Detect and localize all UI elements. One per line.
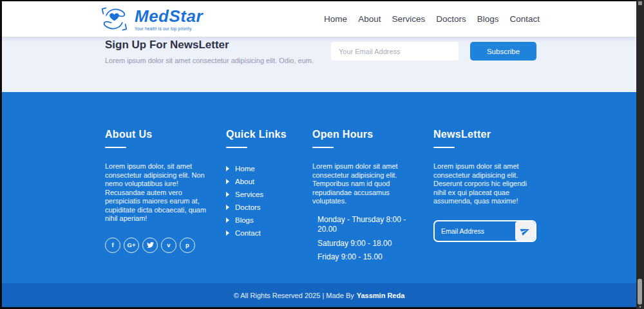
hours-saturday: Saturday 9:00 - 18.00	[317, 239, 433, 249]
subscribe-button[interactable]: Subscribe	[470, 42, 536, 61]
logo-tagline: Your health is our top priority	[135, 26, 203, 31]
nav-link-services[interactable]: Services	[392, 14, 425, 24]
logo-name: MedStar	[135, 8, 203, 24]
scrollbar-down-arrow[interactable]: ▾	[636, 304, 644, 309]
quick-link-services[interactable]: Services	[226, 188, 312, 201]
about-text: Lorem ipsum dolor, sit amet consectetur …	[105, 162, 226, 223]
nav-link-contact[interactable]: Contact	[509, 14, 540, 24]
caret-right-icon	[226, 166, 229, 171]
newsletter-signup-section: Sign Up For NewsLetter Lorem ipsum dolor…	[2, 37, 636, 92]
signup-email-input[interactable]	[331, 42, 459, 61]
hours-weekdays: Monday - Thursday 8:00 - 20.00	[317, 215, 433, 235]
open-hours-text: Lorem ipsum dolor sit amet consectetur a…	[312, 162, 433, 206]
quick-links-title: Quick Links	[226, 129, 312, 140]
browser-page: MedStar Your health is our top priority …	[2, 1, 636, 307]
caret-right-icon	[226, 230, 229, 236]
quick-link-doctors[interactable]: Doctors	[226, 201, 312, 214]
quick-link-home[interactable]: Home	[226, 162, 312, 175]
caret-right-icon	[226, 205, 229, 210]
footer-newsletter-title: NewsLetter	[433, 129, 540, 140]
medstar-logo[interactable]: MedStar Your health is our top priority	[99, 5, 203, 33]
signup-title: Sign Up For NewsLetter	[105, 39, 314, 52]
heading-underline	[226, 147, 247, 148]
footer-open-hours-column: Open Hours Lorem ipsum dolor sit amet co…	[312, 129, 433, 263]
browser-scrollbar[interactable]: ▾	[636, 0, 644, 309]
scrollbar-thumb[interactable]	[638, 279, 642, 304]
scroll-indicator-icon	[638, 1, 642, 5]
caret-right-icon	[226, 192, 229, 197]
heading-underline	[105, 147, 126, 148]
caret-right-icon	[226, 179, 229, 184]
nav-link-blogs[interactable]: Blogs	[477, 14, 499, 24]
footer-about-column: About Us Lorem ipsum dolor, sit amet con…	[105, 129, 226, 263]
copyright-text: © All Rights Reserved 2025 | Made By	[234, 292, 354, 299]
open-hours-title: Open Hours	[312, 129, 433, 140]
nav-link-doctors[interactable]: Doctors	[436, 14, 466, 24]
quick-link-blogs[interactable]: Blogs	[226, 214, 312, 227]
google-plus-icon[interactable]: G+	[124, 238, 139, 253]
signup-form: Subscribe	[331, 42, 536, 61]
main-nav: Home About Services Doctors Blogs Contac…	[324, 14, 540, 24]
hand-heart-logo-icon	[99, 5, 130, 33]
heading-underline	[433, 147, 455, 148]
caret-right-icon	[226, 218, 229, 223]
footer-quick-links-column: Quick Links Home About Services Doctors …	[226, 129, 312, 263]
twitter-icon[interactable]	[142, 238, 158, 253]
footer-newsletter-column: NewsLetter Lorem ipsum dolor sit amet co…	[433, 129, 540, 263]
signup-text: Sign Up For NewsLetter Lorem ipsum dolor…	[105, 39, 314, 92]
logo-text: MedStar Your health is our top priority	[135, 8, 203, 31]
quick-links-list: Home About Services Doctors Blogs Contac…	[226, 162, 312, 239]
heading-underline	[312, 147, 334, 148]
footer-email-form	[433, 220, 536, 242]
quick-link-contact[interactable]: Contact	[226, 227, 312, 239]
quick-link-about[interactable]: About	[226, 175, 312, 188]
hours-friday: Friday 9:00 - 15.00	[317, 252, 433, 263]
nav-link-home[interactable]: Home	[324, 14, 347, 24]
navbar: MedStar Your health is our top priority …	[2, 1, 636, 37]
social-links: f G+ v p	[105, 238, 226, 253]
signup-subtitle: Lorem ipsum dolor sit amet consectetur a…	[105, 57, 314, 64]
footer-email-input[interactable]	[435, 221, 515, 241]
footer: About Us Lorem ipsum dolor, sit amet con…	[2, 92, 636, 283]
paper-plane-icon	[519, 225, 532, 238]
copyright-bar: © All Rights Reserved 2025 | Made By Yas…	[2, 283, 636, 307]
pinterest-icon[interactable]: p	[180, 238, 195, 253]
author-name: Yassmin Reda	[357, 292, 405, 299]
footer-newsletter-text: Lorem ipsum dolor sit amet consectetur a…	[433, 162, 540, 206]
vimeo-icon[interactable]: v	[161, 238, 176, 253]
send-button[interactable]	[515, 221, 535, 241]
nav-link-about[interactable]: About	[358, 14, 381, 24]
hours-list: Monday - Thursday 8:00 - 20.00 Saturday …	[312, 215, 433, 263]
facebook-icon[interactable]: f	[105, 238, 120, 253]
about-title: About Us	[105, 129, 226, 140]
